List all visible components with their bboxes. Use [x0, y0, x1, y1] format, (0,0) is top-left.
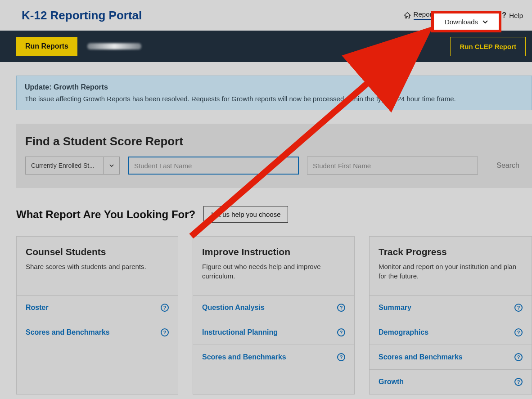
link-label: Scores and Benchmarks — [202, 353, 286, 361]
banner-body: The issue affecting Growth Reports has b… — [25, 95, 523, 103]
help-icon[interactable]: ? — [337, 328, 345, 336]
report-cards-row: Counsel Students Share scores with stude… — [16, 236, 532, 395]
help-icon[interactable]: ? — [161, 304, 169, 312]
help-icon[interactable]: ? — [337, 304, 345, 312]
link-label: Demographics — [379, 328, 428, 336]
report-link-scores-benchmarks[interactable]: Scores and Benchmarks ? — [193, 345, 354, 369]
link-label: Growth — [379, 378, 404, 386]
banner-title: Update: Growth Reports — [25, 83, 523, 91]
report-link-scores-benchmarks[interactable]: Scores and Benchmarks ? — [370, 345, 532, 369]
home-icon — [404, 12, 411, 18]
help-icon[interactable]: ? — [514, 328, 523, 336]
card-counsel-students: Counsel Students Share scores with stude… — [16, 236, 178, 395]
report-link-instructional-planning[interactable]: Instructional Planning ? — [193, 320, 354, 345]
report-link-summary[interactable]: Summary ? — [370, 295, 532, 320]
redacted-item — [87, 43, 141, 49]
action-bar: Run Reports Run CLEP Report — [0, 31, 532, 62]
card-header: Track Progress Monitor and report on you… — [370, 237, 532, 295]
report-link-roster[interactable]: Roster ? — [17, 295, 178, 320]
enrollment-select[interactable]: Currently Enrolled St... — [25, 157, 120, 175]
update-banner: Update: Growth Reports The issue affecti… — [16, 76, 532, 110]
nav-help[interactable]: ? Help — [502, 11, 523, 19]
link-label: Summary — [379, 304, 411, 312]
report-link-question-analysis[interactable]: Question Analysis ? — [193, 295, 354, 320]
enrollment-select-value: Currently Enrolled St... — [26, 162, 103, 169]
find-student-panel: Find a Student Score Report Currently En… — [16, 124, 532, 188]
run-reports-button[interactable]: Run Reports — [16, 37, 77, 56]
card-title: Improve Instruction — [202, 247, 345, 257]
help-icon[interactable]: ? — [514, 378, 523, 386]
report-link-scores-benchmarks[interactable]: Scores and Benchmarks ? — [17, 320, 178, 345]
report-link-demographics[interactable]: Demographics ? — [370, 320, 532, 345]
link-label: Roster — [26, 304, 49, 312]
nav-downloads-label: Downloads — [445, 18, 478, 26]
link-label: Instructional Planning — [202, 328, 278, 336]
link-label: Scores and Benchmarks — [26, 328, 110, 336]
help-icon[interactable]: ? — [514, 304, 523, 312]
card-title: Counsel Students — [26, 247, 169, 257]
search-button[interactable]: Search — [496, 161, 523, 170]
card-header: Counsel Students Share scores with stude… — [17, 237, 178, 295]
help-icon[interactable]: ? — [514, 353, 523, 361]
nav-downloads-highlight[interactable]: Downloads — [431, 11, 501, 32]
link-label: Question Analysis — [202, 304, 265, 312]
chevron-down-icon — [103, 157, 119, 174]
report-link-growth[interactable]: Growth ? — [370, 369, 532, 394]
run-clep-report-button[interactable]: Run CLEP Report — [450, 37, 526, 56]
student-firstname-input[interactable] — [307, 157, 478, 175]
find-row: Currently Enrolled St... Search — [25, 157, 523, 175]
card-title: Track Progress — [379, 247, 523, 257]
card-desc: Share scores with students and parents. — [26, 262, 169, 271]
help-icon[interactable]: ? — [161, 328, 169, 336]
card-desc: Figure out who needs help and improve cu… — [202, 262, 345, 281]
help-choose-button[interactable]: Let us help you choose — [203, 206, 288, 223]
question-mark-icon: ? — [502, 11, 506, 19]
card-improve-instruction: Improve Instruction Figure out who needs… — [193, 236, 355, 395]
card-desc: Monitor and report on your institution a… — [379, 262, 523, 281]
find-heading: Find a Student Score Report — [25, 134, 523, 148]
student-lastname-input[interactable] — [128, 157, 299, 175]
what-report-heading: What Report Are You Looking For? — [16, 208, 195, 221]
chevron-down-icon — [482, 18, 488, 26]
card-track-progress: Track Progress Monitor and report on you… — [369, 236, 532, 395]
what-report-section: What Report Are You Looking For? Let us … — [16, 206, 532, 223]
brand-title: K-12 Reporting Portal — [22, 9, 142, 22]
link-label: Scores and Benchmarks — [379, 353, 463, 361]
card-header: Improve Instruction Figure out who needs… — [193, 237, 354, 295]
help-icon[interactable]: ? — [337, 353, 345, 361]
nav-help-label: Help — [509, 12, 523, 19]
